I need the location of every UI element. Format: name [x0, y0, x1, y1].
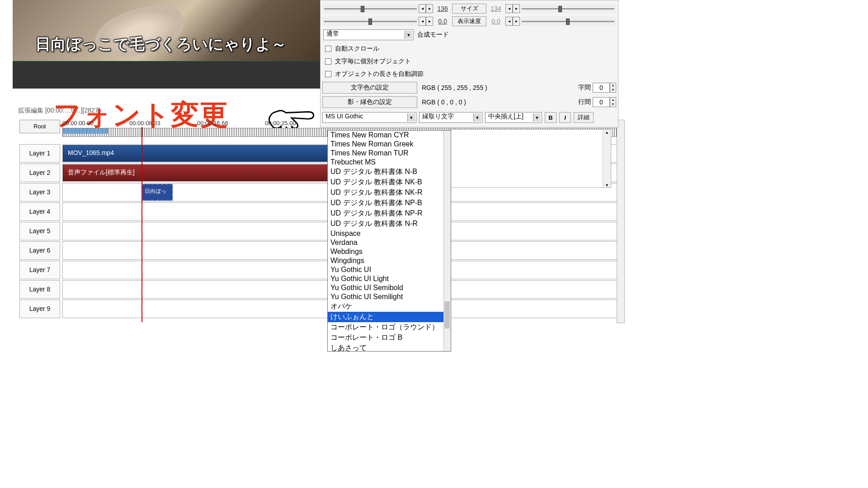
preview-panel: 日向ぼっこで毛づくろいにゃりよ～ — [13, 0, 320, 89]
layer-label[interactable]: Layer 7 — [19, 261, 60, 279]
speed-button[interactable]: 表示速度 — [452, 16, 486, 26]
nudge-right-icon[interactable]: ▸ — [426, 4, 433, 13]
layer-label[interactable]: Layer 3 — [19, 183, 60, 202]
size-slider-left[interactable] — [322, 4, 419, 13]
font-option[interactable]: Times New Roman CYR — [328, 131, 451, 140]
line-spacing-spinner[interactable]: ▴▾ — [610, 97, 616, 107]
font-option[interactable]: Yu Gothic UI Semilight — [328, 292, 451, 301]
preview-letterbox — [13, 61, 320, 89]
font-option[interactable]: UD デジタル 教科書体 NP-B — [328, 198, 451, 208]
font-option[interactable]: Wingdings — [328, 256, 451, 265]
layer-label[interactable]: Layer 1 — [19, 144, 60, 163]
font-option[interactable]: Times New Roman Greek — [328, 140, 451, 149]
layer-label[interactable]: Layer 2 — [19, 164, 60, 182]
blend-mode-select[interactable]: 通常 — [323, 29, 414, 40]
auto-scroll-checkbox[interactable] — [325, 46, 331, 52]
font-option[interactable]: Times New Roman TUR — [328, 149, 451, 158]
size-value-left[interactable]: 136 — [433, 5, 452, 12]
shadow-color-value: RGB ( 0 , 0 , 0 ) — [422, 99, 466, 106]
text-color-value: RGB ( 255 , 255 , 255 ) — [422, 84, 487, 91]
text-content-textarea[interactable] — [450, 129, 611, 188]
size-value-right[interactable]: 134 — [486, 5, 505, 12]
font-option[interactable]: UD デジタル 教科書体 NP-R — [328, 208, 451, 219]
individual-object-checkbox[interactable] — [325, 58, 331, 65]
font-option[interactable]: Yu Gothic UI Semibold — [328, 283, 451, 292]
nudge-right-icon[interactable]: ▸ — [426, 17, 433, 26]
line-spacing-label: 行間 — [578, 98, 591, 106]
layer-label[interactable]: Layer 6 — [19, 241, 60, 260]
font-option[interactable]: UD デジタル 教科書体 NK-R — [328, 188, 451, 198]
font-option[interactable]: Yu Gothic UI — [328, 265, 451, 274]
font-option[interactable]: コーポレート・ロゴ B — [328, 333, 451, 343]
auto-length-checkbox[interactable] — [325, 71, 331, 77]
scrollbar-thumb[interactable] — [444, 301, 450, 328]
preview-overlay-text: 日向ぼっこで毛づくろいにゃりよ～ — [35, 34, 287, 55]
font-option[interactable]: UD デジタル 教科書体 NK-B — [328, 177, 451, 188]
nudge-right-icon[interactable]: ▸ — [513, 4, 520, 13]
nudge-left-icon[interactable]: ◂ — [419, 4, 426, 13]
font-style-select[interactable]: 縁取り文字 — [419, 112, 482, 123]
audio-clip[interactable]: 音声ファイル[標準再生] — [63, 164, 330, 181]
root-button[interactable]: Root — [19, 120, 60, 133]
font-option[interactable]: UD デジタル 教科書体 N-B — [328, 167, 451, 177]
timeline-vertical-scrollbar[interactable] — [617, 120, 625, 323]
font-option[interactable]: Trebuchet MS — [328, 158, 451, 167]
size-slider-right[interactable] — [520, 4, 616, 13]
auto-scroll-label: 自動スクロール — [335, 45, 379, 53]
nudge-right-icon[interactable]: ▸ — [513, 17, 520, 26]
text-clip[interactable]: 日向ぼっ — [142, 184, 173, 201]
text-align-select[interactable]: 中央揃え[上] — [485, 112, 542, 123]
char-spacing-input[interactable] — [593, 83, 610, 93]
font-dropdown-list[interactable]: Times New Roman CYRTimes New Roman Greek… — [327, 130, 451, 352]
font-option[interactable]: Webdings — [328, 247, 451, 256]
font-option[interactable]: UD デジタル 教科書体 N-R — [328, 219, 451, 229]
char-spacing-label: 字間 — [578, 84, 591, 92]
video-clip[interactable]: MOV_1065.mp4 — [63, 145, 330, 162]
font-option[interactable]: Verdana — [328, 238, 451, 247]
line-spacing-input[interactable] — [593, 97, 610, 107]
timeline-title: 拡張編集 [00:00:…9…][2827] — [18, 107, 100, 115]
speed-value-left[interactable]: 0.0 — [433, 18, 452, 25]
size-button[interactable]: サイズ — [452, 4, 486, 14]
speed-slider-right[interactable] — [520, 17, 616, 26]
text-color-button[interactable]: 文字色の設定 — [322, 82, 417, 94]
textarea-scrollbar[interactable] — [603, 130, 611, 188]
italic-button[interactable]: I — [559, 112, 571, 123]
nudge-left-icon[interactable]: ◂ — [419, 17, 426, 26]
detail-button[interactable]: 詳細 — [574, 112, 594, 123]
shadow-color-button[interactable]: 影・縁色の設定 — [322, 96, 417, 108]
layer-label[interactable]: Layer 5 — [19, 222, 60, 240]
font-option[interactable]: コーポレート・ロゴ（ラウンド） — [328, 322, 451, 333]
nudge-left-icon[interactable]: ◂ — [505, 17, 513, 26]
font-option[interactable]: オバケ — [328, 301, 451, 312]
blend-mode-label: 合成モード — [417, 31, 449, 39]
playhead[interactable] — [142, 127, 142, 322]
layer-label[interactable]: Layer 4 — [19, 202, 60, 221]
speed-value-right[interactable]: 0.0 — [486, 18, 505, 25]
font-option[interactable]: けいふぉんと — [328, 312, 451, 322]
layer-label[interactable]: Layer 9 — [19, 300, 60, 318]
bold-button[interactable]: B — [545, 112, 557, 123]
char-spacing-spinner[interactable]: ▴▾ — [610, 83, 616, 93]
speed-slider-left[interactable] — [322, 17, 419, 26]
frame-selection-marker — [63, 128, 108, 134]
font-option[interactable]: しあさって — [328, 343, 451, 352]
font-option[interactable]: Yu Gothic UI Light — [328, 274, 451, 283]
font-option[interactable]: Unispace — [328, 229, 451, 238]
individual-object-label: 文字毎に個別オブジェクト — [335, 57, 411, 66]
properties-panel: ◂▸ 136 サイズ 134 ◂▸ ◂▸ 0.0 表示速度 0.0 ◂▸ 通常 … — [320, 0, 618, 127]
auto-length-label: オブジェクトの長さを自動調節 — [335, 70, 424, 78]
font-select[interactable]: MS UI Gothic — [322, 112, 416, 123]
nudge-left-icon[interactable]: ◂ — [505, 4, 513, 13]
layer-label[interactable]: Layer 8 — [19, 280, 60, 299]
